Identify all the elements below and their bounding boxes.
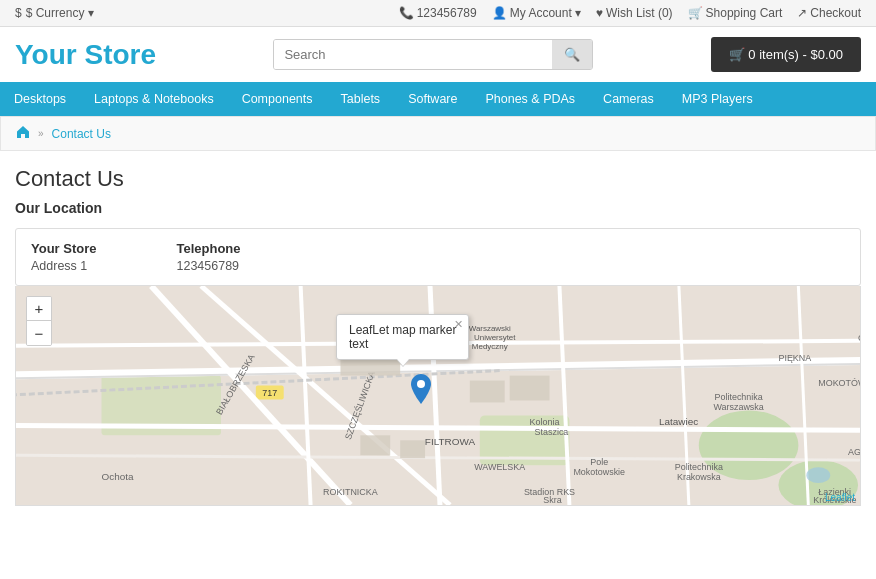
svg-text:Warszawska: Warszawska: [713, 402, 763, 412]
svg-text:Latawiec: Latawiec: [659, 416, 698, 427]
phone-link[interactable]: 📞 123456789: [399, 6, 477, 20]
store-address: Address 1: [31, 259, 97, 273]
zoom-out-button[interactable]: −: [27, 321, 51, 345]
map-pin: [411, 374, 431, 407]
breadcrumb-home-link[interactable]: [16, 125, 30, 142]
map-popup: ✕ LeafLet map marker text: [336, 314, 469, 360]
search-bar: 🔍: [273, 39, 593, 70]
my-account-link[interactable]: 👤 My Account ▾: [492, 6, 581, 20]
nav-item-phones[interactable]: Phones & PDAs: [471, 82, 589, 116]
svg-rect-44: [360, 435, 390, 455]
header: Your Store 🔍 🛒 0 item(s) - $0.00: [0, 27, 876, 82]
map-popup-close[interactable]: ✕: [454, 318, 463, 331]
svg-rect-47: [510, 376, 550, 401]
cart-button[interactable]: 🛒 0 item(s) - $0.00: [711, 37, 861, 72]
store-name-label: Your Store: [31, 241, 97, 256]
top-bar: $ $ Currency ▾ 📞 123456789 👤 My Account …: [0, 0, 876, 27]
telephone-value: 123456789: [177, 259, 241, 273]
store-info-grid: Your Store Address 1 Telephone 123456789: [31, 241, 845, 273]
svg-text:CVI: CVI: [858, 333, 860, 343]
svg-text:Pole: Pole: [590, 457, 608, 467]
nav-item-cameras[interactable]: Cameras: [589, 82, 668, 116]
map-container: 717 SZCZĘŚLIWICKA BIAŁOBRZESKA FILTROWA …: [15, 286, 861, 506]
svg-text:Medyczny: Medyczny: [472, 342, 508, 351]
main-content: Contact Us Our Location Your Store Addre…: [0, 151, 876, 521]
svg-text:Kolonia: Kolonia: [530, 417, 560, 427]
svg-text:Warszawski: Warszawski: [469, 324, 511, 333]
location-title: Our Location: [15, 200, 861, 216]
svg-text:MOKOTÓW: MOKOTÓW: [818, 378, 860, 388]
chevron-down-icon-account: ▾: [575, 6, 581, 20]
nav-item-mp3[interactable]: MP3 Players: [668, 82, 767, 116]
store-name-col: Your Store Address 1: [31, 241, 97, 273]
map-popup-text-line2: text: [349, 337, 456, 351]
svg-point-52: [417, 380, 425, 388]
user-icon: 👤: [492, 6, 507, 20]
nav-item-components[interactable]: Components: [228, 82, 327, 116]
nav-item-tablets[interactable]: Tablets: [327, 82, 395, 116]
page-title: Contact Us: [15, 166, 861, 192]
telephone-label: Telephone: [177, 241, 241, 256]
checkout-icon: ↗: [797, 6, 807, 20]
breadcrumb-separator: »: [38, 128, 44, 139]
svg-text:Staszica: Staszica: [535, 427, 569, 437]
nav-item-laptops[interactable]: Laptops & Notebooks: [80, 82, 228, 116]
zoom-in-button[interactable]: +: [27, 297, 51, 321]
svg-rect-45: [400, 440, 425, 458]
main-nav: Desktops Laptops & Notebooks Components …: [0, 82, 876, 116]
nav-item-software[interactable]: Software: [394, 82, 471, 116]
wish-list-link[interactable]: ♥ Wish List (0): [596, 6, 673, 20]
svg-text:AGRYKOL A: AGRYKOL A: [848, 447, 860, 457]
breadcrumb-current[interactable]: Contact Us: [52, 127, 111, 141]
shopping-cart-link[interactable]: 🛒 Shopping Cart: [688, 6, 783, 20]
cart-icon-top: 🛒: [688, 6, 703, 20]
checkout-label: Checkout: [810, 6, 861, 20]
heart-icon: ♥: [596, 6, 603, 20]
nav-item-desktops[interactable]: Desktops: [0, 82, 80, 116]
svg-text:ROKITNICKA: ROKITNICKA: [323, 487, 378, 497]
my-account-label: My Account: [510, 6, 572, 20]
svg-point-43: [806, 467, 830, 483]
svg-text:FILTROWA: FILTROWA: [425, 436, 476, 447]
svg-text:Uniwersytet: Uniwersytet: [474, 333, 516, 342]
search-input[interactable]: [274, 40, 552, 69]
telephone-col: Telephone 123456789: [177, 241, 241, 273]
svg-text:PIĘKNA: PIĘKNA: [778, 353, 811, 363]
breadcrumb: » Contact Us: [0, 116, 876, 151]
chevron-down-icon: ▾: [88, 6, 94, 20]
svg-text:WAWELSKA: WAWELSKA: [474, 462, 525, 472]
svg-text:Skra: Skra: [543, 495, 561, 505]
home-icon: [16, 125, 30, 139]
wish-list-label: Wish List (0): [606, 6, 673, 20]
leaflet-attribution[interactable]: Leaflet: [825, 492, 855, 503]
phone-number: 123456789: [417, 6, 477, 20]
map-popup-text-line1: LeafLet map marker: [349, 323, 456, 337]
svg-text:Politechnika: Politechnika: [675, 462, 723, 472]
svg-text:Politechnika: Politechnika: [715, 392, 763, 402]
search-icon: 🔍: [564, 47, 580, 62]
currency-selector[interactable]: $ $ Currency ▾: [15, 6, 94, 20]
map-zoom-controls: + −: [26, 296, 52, 346]
svg-text:Mokotowskie: Mokotowskie: [573, 467, 625, 477]
svg-text:Ochota: Ochota: [102, 471, 135, 482]
store-info-box: Your Store Address 1 Telephone 123456789: [15, 228, 861, 286]
phone-icon: 📞: [399, 6, 414, 20]
top-bar-right: 📞 123456789 👤 My Account ▾ ♥ Wish List (…: [399, 6, 861, 20]
svg-text:717: 717: [262, 388, 277, 398]
search-button[interactable]: 🔍: [552, 40, 592, 69]
currency-label: $ Currency: [26, 6, 85, 20]
logo[interactable]: Your Store: [15, 39, 156, 71]
shopping-cart-label: Shopping Cart: [706, 6, 783, 20]
svg-text:Krakowska: Krakowska: [677, 472, 721, 482]
checkout-link[interactable]: ↗ Checkout: [797, 6, 861, 20]
dollar-icon: $: [15, 6, 22, 20]
svg-rect-46: [470, 381, 505, 403]
